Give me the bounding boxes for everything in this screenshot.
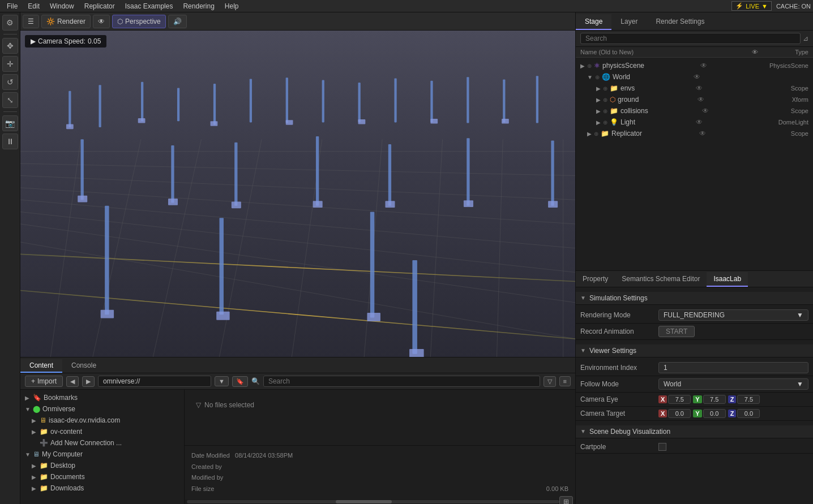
- toolbar-camera-btn[interactable]: 📷: [2, 115, 18, 131]
- scene-debug-header[interactable]: ▼ Scene Debug Visualization: [576, 425, 813, 438]
- eye-icon-envs[interactable]: 👁: [696, 84, 703, 92]
- svg-rect-53: [168, 199, 178, 205]
- svg-rect-35: [171, 145, 174, 203]
- camera-target-y-value[interactable]: 0.0: [703, 409, 726, 418]
- menu-window[interactable]: Window: [45, 1, 79, 11]
- tab-stage[interactable]: Stage: [576, 14, 611, 30]
- expand-icon-omni: ▼: [25, 406, 31, 412]
- svg-rect-41: [105, 206, 109, 315]
- toolbar-move-btn[interactable]: ✛: [2, 56, 18, 72]
- follow-mode-row: Follow Mode World ▼: [576, 376, 813, 393]
- start-button[interactable]: START: [658, 326, 695, 337]
- tree-isaac-dev[interactable]: ▶ 🖥 isaac-dev.ov.nvidia.com: [20, 415, 184, 426]
- content-view-btn[interactable]: ≡: [559, 376, 571, 386]
- forward-btn[interactable]: ▶: [82, 376, 95, 387]
- scrollbar-thumb[interactable]: [336, 500, 392, 503]
- camera-eye-z-value[interactable]: 7.5: [737, 395, 760, 404]
- stage-item-envs[interactable]: ▶ ⊕ 📁 envs 👁 Scope: [576, 83, 813, 94]
- omniverse-label: Onmiverse: [42, 405, 75, 413]
- svg-rect-23: [177, 88, 179, 122]
- tree-downloads[interactable]: ▶ 📁 Downloads: [20, 483, 184, 494]
- stage-item-collisions[interactable]: ▶ ⊕ 📁 collisions 👁 Scope: [576, 105, 813, 117]
- toolbar-rotate-btn[interactable]: ↺: [2, 74, 18, 90]
- eye-icon-col[interactable]: 👁: [702, 107, 709, 115]
- content-scrollbar[interactable]: ⊞: [185, 499, 575, 504]
- toolbar-select-btn[interactable]: ✥: [2, 38, 18, 54]
- grid-overlay: [20, 31, 575, 357]
- svg-line-18: [20, 254, 575, 281]
- rendering-mode-value[interactable]: FULL_RENDERING ▼: [658, 309, 808, 321]
- audio-btn[interactable]: 🔊: [168, 15, 187, 28]
- menu-file[interactable]: File: [2, 1, 22, 11]
- eye-icon-ground[interactable]: 👁: [698, 96, 704, 104]
- back-btn[interactable]: ◀: [66, 376, 79, 387]
- env-index-label: Environment Index: [580, 364, 654, 372]
- camera-eye-z-item: Z 7.5: [728, 395, 760, 404]
- stage-item-ground[interactable]: ▶ ⊕ ⬡ ground 👁 Xform: [576, 94, 813, 105]
- tab-property[interactable]: Property: [576, 272, 615, 287]
- tree-add-connection[interactable]: ➕ Add New Connection ...: [20, 437, 184, 449]
- expand-icon-ov: ▶: [32, 429, 37, 435]
- stage-item-world[interactable]: ▼ ⊕ 🌐 World 👁: [576, 71, 813, 83]
- svg-rect-51: [502, 119, 509, 124]
- cartpole-checkbox[interactable]: [658, 443, 666, 451]
- import-button[interactable]: + Import: [25, 376, 63, 387]
- menu-replicator[interactable]: Replicator: [80, 1, 119, 11]
- viewport-settings-btn[interactable]: ☰: [23, 15, 39, 28]
- stage-type-col: Type: [763, 49, 808, 55]
- toolbar-pause-btn[interactable]: ⏸: [2, 133, 18, 149]
- tab-console[interactable]: Console: [62, 359, 105, 373]
- perspective-btn[interactable]: ⬡ Perspective: [112, 15, 166, 28]
- tree-bookmarks[interactable]: ▶ 🔖 Bookmarks: [20, 392, 184, 403]
- path-input[interactable]: [98, 376, 211, 387]
- content-filter-btn[interactable]: ▽: [544, 376, 556, 387]
- bookmark-btn[interactable]: 🔖: [232, 376, 248, 387]
- tab-isaaclab[interactable]: IsaacLab: [707, 272, 748, 287]
- tab-layer[interactable]: Layer: [611, 14, 647, 30]
- follow-mode-value[interactable]: World ▼: [658, 378, 808, 390]
- filter-btn[interactable]: ▼: [215, 376, 229, 386]
- downloads-label: Downloads: [50, 484, 84, 492]
- camera-eye-y-value[interactable]: 7.5: [703, 395, 726, 404]
- eye-icon-light[interactable]: 👁: [696, 118, 703, 126]
- camera-btn[interactable]: 👁: [93, 15, 110, 28]
- live-dropdown[interactable]: ▼: [761, 3, 768, 10]
- content-search-input[interactable]: [263, 376, 540, 387]
- live-label: LIVE: [746, 3, 759, 10]
- menu-edit[interactable]: Edit: [23, 1, 44, 11]
- stage-search-input[interactable]: [580, 33, 801, 44]
- camera-target-z-value[interactable]: 0.0: [737, 409, 760, 418]
- menu-help[interactable]: Help: [220, 1, 243, 11]
- tree-my-computer[interactable]: ▼ 🖥 My Computer: [20, 449, 184, 460]
- no-files-indicator: ▽ No files selected: [189, 394, 571, 416]
- eye-icon-rep[interactable]: 👁: [699, 130, 706, 137]
- stage-item-light[interactable]: ▶ ⊕ 💡 Light 👁 DomeLight: [576, 117, 813, 128]
- x-label: X: [658, 395, 667, 403]
- toolbar-settings-btn[interactable]: ⚙: [2, 15, 18, 31]
- eye-icon-world[interactable]: 👁: [694, 73, 700, 81]
- toolbar-scale-btn[interactable]: ⤡: [2, 92, 18, 108]
- camera-eye-x-value[interactable]: 7.5: [668, 395, 691, 404]
- tab-semantics[interactable]: Semantics Schema Editor: [615, 272, 707, 287]
- stage-item-physicsscene[interactable]: ▶ ⊕ ⚛ physicsScene 👁 PhysicsScene: [576, 60, 813, 71]
- renderer-btn[interactable]: 🔆 Renderer: [41, 15, 91, 28]
- menu-rendering[interactable]: Rendering: [178, 1, 219, 11]
- tree-omniverse[interactable]: ▼ ⬤ Onmiverse: [20, 403, 184, 415]
- tab-content[interactable]: Content: [20, 359, 62, 373]
- stage-item-replicator[interactable]: ▶ ⊕ 📁 Replicator 👁 Scope: [576, 128, 813, 139]
- eye-icon-physics[interactable]: 👁: [700, 62, 707, 70]
- plus-icon-col: ⊕: [603, 108, 607, 114]
- tree-documents[interactable]: ▶ 📁 Documents: [20, 471, 184, 483]
- grid-view-btn[interactable]: ⊞: [559, 496, 573, 504]
- viewport[interactable]: ▶ Camera Speed: 0.05: [20, 31, 575, 357]
- env-index-value[interactable]: 1: [658, 362, 808, 373]
- tree-desktop[interactable]: ▶ 📁 Desktop: [20, 460, 184, 471]
- filter-icon[interactable]: ⊿: [803, 35, 808, 42]
- tab-render-settings[interactable]: Render Settings: [647, 14, 713, 30]
- tree-ov-content[interactable]: ▶ 📁 ov-content: [20, 426, 184, 437]
- camera-speed-label: Camera Speed:: [38, 37, 85, 45]
- camera-target-x-value[interactable]: 0.0: [668, 409, 691, 418]
- menu-isaac-examples[interactable]: Isaac Examples: [121, 1, 178, 11]
- viewer-settings-header[interactable]: ▼ Viewer Settings: [576, 344, 813, 357]
- simulation-settings-header[interactable]: ▼ Simulation Settings: [576, 292, 813, 305]
